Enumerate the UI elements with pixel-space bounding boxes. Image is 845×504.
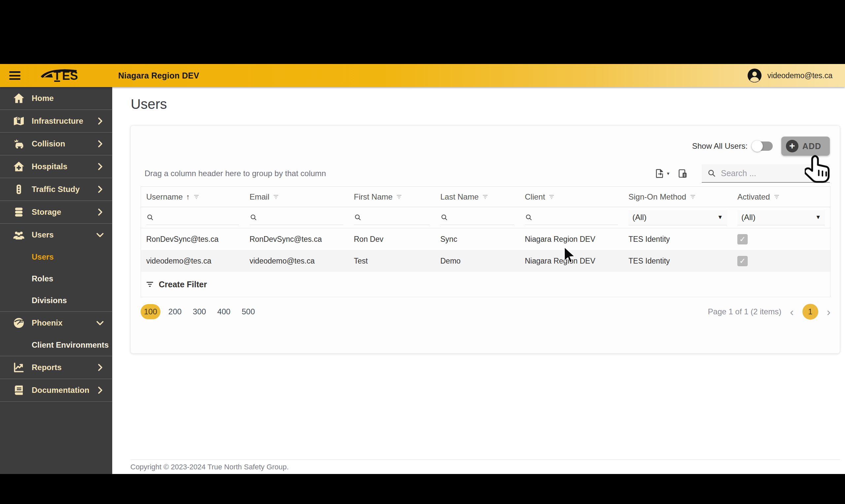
filter-icon[interactable] (548, 194, 555, 200)
cell-username: videodemo@tes.ca (141, 250, 244, 272)
chevron-right-icon (95, 162, 105, 172)
screen: T ES Niagara Region DEV videodemo@tes.ca (0, 0, 845, 504)
sidebar-item-users[interactable]: Users (0, 223, 112, 246)
svg-text:ES: ES (62, 69, 78, 83)
page-size-200[interactable]: 200 (165, 304, 185, 319)
page-title: Users (131, 96, 167, 112)
car-crash-icon (12, 137, 26, 151)
sidebar-item-users-users[interactable]: Users (0, 246, 112, 268)
page-size-400[interactable]: 400 (214, 304, 234, 319)
column-header-email[interactable]: Email (244, 187, 349, 207)
filter-icon[interactable] (773, 194, 780, 200)
cell-last-name: Demo (435, 250, 520, 272)
sidebar-item-traffic-study[interactable]: Traffic Study (0, 178, 112, 200)
column-header-client[interactable]: Client (520, 187, 623, 207)
chevron-down-icon (95, 230, 105, 240)
filter-icon[interactable] (272, 194, 279, 200)
column-header-first-name[interactable]: First Name (349, 187, 435, 207)
search-icon (146, 213, 154, 221)
show-all-users-toggle[interactable] (752, 142, 773, 151)
filter-icon[interactable] (396, 194, 402, 200)
check-icon: ✓ (739, 235, 746, 243)
sidebar-item-phoenix[interactable]: Phoenix (0, 312, 112, 334)
sidebar-item-collision[interactable]: Collision (0, 132, 112, 155)
column-header-username[interactable]: Username ↑ (141, 187, 244, 207)
chevron-right-icon (95, 207, 105, 217)
filter-input-email[interactable] (249, 211, 343, 225)
dropdown-caret-icon: ▼ (717, 214, 723, 221)
filter-input-username[interactable] (146, 211, 239, 225)
column-header-last-name[interactable]: Last Name (435, 187, 520, 207)
filter-select-activated[interactable]: (All) ▼ (737, 210, 825, 225)
sidebar-item-reports[interactable]: Reports (0, 356, 112, 379)
filter-select-sign-on-method[interactable]: (All) ▼ (629, 210, 727, 225)
activated-checkbox[interactable]: ✓ (737, 256, 747, 266)
book-icon (12, 383, 26, 397)
page-size-500[interactable]: 500 (238, 304, 258, 319)
filter-input-client[interactable] (525, 211, 618, 225)
column-header-activated[interactable]: Activated (732, 187, 830, 207)
home-icon (12, 91, 26, 105)
export-caret-icon: ▾ (667, 170, 669, 177)
column-header-sign-on-method[interactable]: Sign-On Method (623, 187, 732, 207)
menu-toggle-button[interactable] (9, 71, 20, 80)
filter-icon[interactable] (482, 194, 489, 200)
sidebar-item-home[interactable]: Home (0, 87, 112, 109)
page-number-1[interactable]: 1 (803, 304, 818, 320)
filter-input-last-name[interactable] (440, 211, 514, 225)
table-row[interactable]: RonDevSync@tes.ca RonDevSync@tes.ca Ron … (141, 228, 830, 250)
sidebar-item-phoenix-client-environments[interactable]: Client Environments (0, 334, 112, 356)
search-input[interactable] (721, 168, 825, 178)
table-row[interactable]: videodemo@tes.ca videodemo@tes.ca Test D… (141, 250, 830, 272)
app-header: T ES Niagara Region DEV videodemo@tes.ca (0, 64, 845, 87)
database-icon (12, 205, 26, 219)
create-filter-button[interactable]: Create Filter (145, 280, 207, 289)
search-icon (249, 213, 258, 221)
grid-search (702, 164, 830, 183)
cell-first-name: Test (349, 250, 435, 272)
cell-client: Niagara Region DEV (520, 250, 623, 272)
traffic-light-icon (12, 182, 26, 196)
add-user-button[interactable]: + ADD (781, 137, 830, 156)
hospital-icon (12, 160, 26, 174)
activated-checkbox[interactable]: ✓ (737, 234, 747, 245)
chevron-right-icon (95, 385, 105, 395)
filter-funnel-icon (145, 281, 154, 288)
next-page-icon[interactable]: › (827, 306, 830, 317)
sidebar-nav: Home Infrastructure (0, 87, 112, 474)
sidebar-item-hospitals[interactable]: Hospitals (0, 155, 112, 178)
client-title: Niagara Region DEV (118, 71, 199, 80)
sidebar-item-storage[interactable]: Storage (0, 201, 112, 223)
map-icon (12, 114, 26, 128)
check-icon: ✓ (739, 257, 746, 265)
page-info: Page 1 of 1 (2 items) (708, 307, 781, 316)
chevron-right-icon (95, 116, 105, 126)
page-size-300[interactable]: 300 (190, 304, 209, 319)
cell-email: RonDevSync@tes.ca (244, 228, 349, 250)
user-email[interactable]: videodemo@tes.ca (768, 71, 832, 80)
sidebar-item-users-roles[interactable]: Roles (0, 268, 112, 290)
page-size-100[interactable]: 100 (141, 304, 160, 319)
filter-input-first-name[interactable] (354, 211, 430, 225)
search-icon (354, 213, 362, 221)
sidebar-item-infrastructure[interactable]: Infrastructure (0, 110, 112, 132)
user-avatar-icon[interactable] (747, 68, 762, 83)
letterbox-top (0, 0, 845, 64)
chevron-right-icon (95, 362, 105, 372)
cell-username: RonDevSync@tes.ca (141, 228, 244, 250)
prev-page-icon[interactable]: ‹ (790, 306, 793, 317)
app-window: T ES Niagara Region DEV videodemo@tes.ca (0, 64, 845, 474)
sidebar-item-users-divisions[interactable]: Divisions (0, 290, 112, 311)
pager: 100 200 300 400 500 Page 1 of 1 (2 items… (141, 297, 830, 326)
users-card: Show All Users: + ADD Drag a column head… (130, 125, 840, 354)
column-chooser-button[interactable] (675, 166, 690, 181)
users-grid: Username ↑ Email (141, 186, 830, 297)
export-button[interactable]: ▾ (652, 166, 672, 181)
filter-icon[interactable] (193, 194, 200, 200)
cell-client: Niagara Region DEV (520, 228, 623, 250)
chevron-right-icon (95, 184, 105, 194)
sort-ascending-icon: ↑ (186, 193, 190, 201)
chevron-right-icon (95, 139, 105, 149)
sidebar-item-documentation[interactable]: Documentation (0, 379, 112, 401)
filter-icon[interactable] (689, 194, 696, 200)
